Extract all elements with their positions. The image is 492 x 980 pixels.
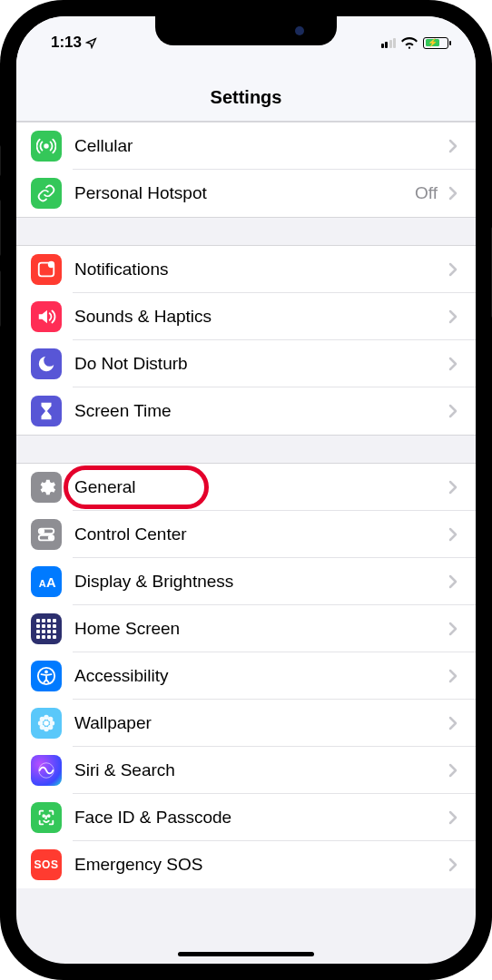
chevron-right-icon xyxy=(443,810,463,825)
row-sounds[interactable]: Sounds & Haptics xyxy=(16,293,476,340)
row-label: Sounds & Haptics xyxy=(74,307,443,327)
svg-point-6 xyxy=(49,536,53,540)
phone-frame: 1:13 ⚡ Settings Cellular Personal Hotspo… xyxy=(0,0,492,980)
settings-list[interactable]: Cellular Personal Hotspot Off Notificati… xyxy=(16,122,476,888)
svg-point-2 xyxy=(48,261,54,268)
chevron-right-icon xyxy=(443,669,463,683)
status-right: ⚡ xyxy=(381,36,449,49)
time-text: 1:13 xyxy=(51,34,82,52)
battery-icon: ⚡ xyxy=(423,37,448,49)
siri-icon xyxy=(31,755,62,786)
settings-group: Notifications Sounds & Haptics Do Not Di… xyxy=(16,245,476,436)
row-general[interactable]: General xyxy=(16,464,476,511)
svg-point-4 xyxy=(41,530,44,534)
location-icon xyxy=(85,37,97,49)
row-label: General xyxy=(74,477,443,497)
row-notifications[interactable]: Notifications xyxy=(16,246,476,293)
chevron-right-icon xyxy=(443,309,463,324)
row-label: Notifications xyxy=(74,260,443,279)
sos-icon: SOS xyxy=(31,849,62,880)
row-detail: Off xyxy=(415,183,438,203)
wifi-icon xyxy=(401,36,418,49)
row-faceid[interactable]: Face ID & Passcode xyxy=(16,794,476,841)
hourglass-icon xyxy=(31,396,62,426)
row-label: Accessibility xyxy=(74,666,443,686)
grid-icon xyxy=(31,613,62,644)
chevron-right-icon xyxy=(443,716,463,730)
faceid-icon xyxy=(31,802,62,833)
row-accessibility[interactable]: Accessibility xyxy=(16,652,476,700)
antenna-icon xyxy=(31,131,62,162)
chevron-right-icon xyxy=(443,262,463,277)
chevron-right-icon xyxy=(443,404,463,418)
status-time: 1:13 xyxy=(51,34,97,52)
row-label: Control Center xyxy=(74,524,443,544)
svg-point-18 xyxy=(40,725,45,730)
row-label: Cellular xyxy=(74,136,443,156)
row-label: Display & Brightness xyxy=(74,572,443,592)
home-indicator[interactable] xyxy=(178,952,314,956)
chevron-right-icon xyxy=(443,763,463,778)
settings-header: Settings xyxy=(16,60,476,122)
chevron-right-icon xyxy=(443,186,463,201)
chevron-right-icon xyxy=(443,357,463,371)
row-label: Screen Time xyxy=(74,401,443,421)
chevron-right-icon xyxy=(443,139,463,153)
notification-icon xyxy=(31,254,62,285)
svg-point-17 xyxy=(48,717,54,722)
flower-icon xyxy=(31,708,62,739)
svg-point-21 xyxy=(43,815,44,817)
row-screentime[interactable]: Screen Time xyxy=(16,387,476,435)
chevron-right-icon xyxy=(443,574,463,589)
textsize-icon: AA xyxy=(31,566,62,597)
accessibility-icon xyxy=(31,661,62,691)
mute-switch[interactable] xyxy=(0,145,1,176)
camera-dot xyxy=(295,26,304,35)
row-homescreen[interactable]: Home Screen xyxy=(16,605,476,652)
row-sos[interactable]: SOS Emergency SOS xyxy=(16,841,476,888)
link-icon xyxy=(31,178,62,209)
chevron-right-icon xyxy=(443,858,463,872)
notch xyxy=(155,16,337,45)
row-siri[interactable]: Siri & Search xyxy=(16,747,476,794)
switches-icon xyxy=(31,519,62,550)
page-title: Settings xyxy=(16,87,476,108)
svg-text:A: A xyxy=(46,575,56,590)
svg-text:A: A xyxy=(39,578,46,589)
row-label: Do Not Disturb xyxy=(74,354,443,374)
settings-group: Cellular Personal Hotspot Off xyxy=(16,122,476,218)
moon-icon xyxy=(31,348,62,379)
screen: 1:13 ⚡ Settings Cellular Personal Hotspo… xyxy=(16,16,476,964)
volume-down-button[interactable] xyxy=(0,270,1,327)
row-label: Emergency SOS xyxy=(74,855,443,875)
svg-point-10 xyxy=(44,671,48,674)
row-label: Wallpaper xyxy=(74,713,443,733)
chevron-right-icon xyxy=(443,527,463,542)
row-label: Home Screen xyxy=(74,619,443,639)
row-hotspot[interactable]: Personal Hotspot Off xyxy=(16,170,476,217)
volume-up-button[interactable] xyxy=(0,200,1,256)
chevron-right-icon xyxy=(443,622,463,636)
row-display[interactable]: AA Display & Brightness xyxy=(16,558,476,605)
row-controlcenter[interactable]: Control Center xyxy=(16,511,476,558)
svg-point-0 xyxy=(44,144,48,148)
row-dnd[interactable]: Do Not Disturb xyxy=(16,340,476,387)
chevron-right-icon xyxy=(443,480,463,495)
row-wallpaper[interactable]: Wallpaper xyxy=(16,700,476,747)
gear-icon xyxy=(31,472,62,503)
row-label: Siri & Search xyxy=(74,760,443,780)
row-label: Personal Hotspot xyxy=(74,183,415,203)
svg-point-19 xyxy=(48,725,54,730)
row-cellular[interactable]: Cellular xyxy=(16,122,476,170)
settings-group: General Control Center AA Display & Brig… xyxy=(16,463,476,888)
svg-point-11 xyxy=(44,720,49,726)
svg-point-16 xyxy=(40,717,45,722)
row-label: Face ID & Passcode xyxy=(74,808,443,828)
svg-point-22 xyxy=(48,815,50,817)
speaker-icon xyxy=(31,301,62,332)
cellular-signal-icon xyxy=(381,37,397,48)
